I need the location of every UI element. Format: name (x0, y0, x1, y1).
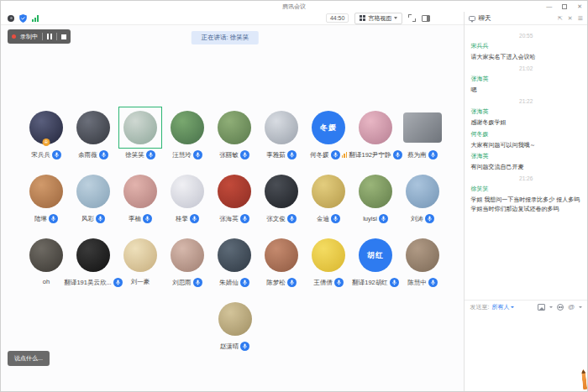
participant-name-row: oh (43, 278, 50, 285)
participant-tile[interactable]: 李雅茹 (258, 107, 305, 159)
participant-tile[interactable]: ♔宋兵兵 (23, 107, 70, 159)
send-to-dropdown[interactable]: 所有人 (491, 303, 514, 311)
avatar (123, 175, 157, 208)
avatar-frame (401, 170, 444, 212)
avatar (29, 175, 63, 208)
participant-name: 陈梦松 (266, 279, 286, 287)
participant-tile[interactable]: 蔡为南 (399, 107, 446, 159)
participant-tile[interactable]: 陆琳 (23, 170, 70, 223)
participant-name-row: 陈慧中 (407, 278, 438, 287)
participant-name: 陈慧中 (407, 279, 427, 287)
emoji-icon[interactable] (557, 304, 564, 311)
avatar-frame (118, 234, 162, 276)
participant-tile[interactable]: 刘思雨 (164, 234, 211, 287)
popout-chat-icon[interactable]: ⇱ (558, 15, 563, 21)
participant-tile[interactable]: 刘一豪 (117, 234, 164, 287)
avatar (359, 111, 392, 144)
participant-tile[interactable]: 朱婧仙 (211, 234, 258, 287)
chat-timestamp: 21:22 (470, 98, 581, 104)
quick-chat-pill[interactable]: 说点什么... (8, 351, 50, 366)
chevron-down-icon (511, 306, 514, 308)
security-shield-icon[interactable] (19, 14, 27, 23)
network-signal-icon[interactable] (32, 15, 39, 22)
participant-tile[interactable]: 汪慧玲 (164, 107, 211, 159)
participant-tile[interactable]: 赵潇晴 (212, 298, 259, 351)
participant-tile[interactable]: 张文俊 (258, 170, 305, 223)
avatar (123, 238, 157, 272)
chat-input[interactable] (465, 314, 587, 391)
participant-tile[interactable]: luyisi (352, 170, 399, 223)
tencent-meeting-window: 腾讯会议 — ✕ 44:50 宫格视图 (0, 0, 588, 392)
participant-tile[interactable]: 冬媛何冬媛 (305, 107, 352, 159)
participant-tile[interactable]: 翻译192尹宁静 (352, 107, 399, 159)
status-icon[interactable] (8, 15, 14, 22)
participant-name: 金迪 (317, 215, 329, 223)
participant-tile[interactable]: 徐笑笑 (117, 107, 164, 159)
layout-view-label: 宫格视图 (368, 14, 391, 23)
mention-icon[interactable]: @ (568, 304, 575, 311)
mic-icon (240, 278, 249, 287)
chat-message-list[interactable]: 20:55宋兵兵请大家实名下进入会议哈21:02张海英嗯21:22张海英感谢冬媛… (465, 25, 587, 300)
participant-tile[interactable]: 翻译191吴云欣... (70, 234, 117, 287)
host-badge: ♔ (43, 139, 50, 146)
panel-menu-icon[interactable]: ☰ (578, 15, 583, 21)
side-panel-toggle-icon[interactable] (422, 15, 430, 22)
participant-name-row: 风彩 (81, 214, 105, 223)
avatar-frame (71, 234, 115, 276)
mic-icon (240, 150, 249, 159)
layout-view-button[interactable]: 宫格视图 (354, 13, 402, 24)
speaking-highlight-frame (118, 107, 162, 149)
avatar-frame (213, 234, 256, 276)
participant-name: 翻译192尹宁静 (349, 151, 391, 159)
chat-message-text: 感谢冬媛学姐 (470, 118, 581, 127)
grid-view-icon (360, 15, 365, 21)
participant-name-row: 李雅茹 (266, 150, 297, 159)
participant-tile[interactable]: 陈梦松 (258, 234, 305, 287)
window-title: 腾讯会议 (282, 3, 306, 11)
pause-recording-button[interactable] (47, 34, 52, 39)
close-button[interactable]: ✕ (577, 3, 582, 9)
participant-tile[interactable]: 风彩 (70, 170, 117, 223)
maximize-button[interactable] (562, 4, 567, 9)
send-to-value: 所有人 (491, 303, 509, 311)
chat-footer: 发送至: 所有人 @ (465, 300, 587, 314)
participant-tile[interactable]: 金迪 (305, 170, 352, 223)
participant-name-row: 徐笑笑 (125, 150, 155, 159)
participant-tile[interactable]: 刘涛 (399, 170, 446, 223)
participant-name: 桂擎 (176, 215, 188, 223)
fullscreen-icon[interactable] (408, 14, 416, 22)
participant-name: 风彩 (81, 215, 94, 223)
avatar (76, 175, 110, 208)
participant-tile[interactable]: 张丽敏 (211, 107, 258, 159)
stop-recording-button[interactable] (61, 34, 66, 39)
mic-icon (190, 214, 199, 223)
participant-tile[interactable]: oh (23, 234, 70, 287)
participant-tile[interactable]: 胡红翻译192胡红 (352, 234, 399, 287)
participant-tile[interactable]: 余雨薇 (70, 107, 117, 159)
participant-name: 赵潇晴 (220, 342, 239, 351)
participant-name-row: 余雨薇 (78, 150, 108, 159)
participant-name: 刘一豪 (131, 278, 150, 286)
minimize-button[interactable]: — (546, 3, 552, 9)
participant-name: 朱婧仙 (219, 279, 239, 287)
avatar (218, 175, 251, 208)
video-grid-stage: 录制中 正在讲话: 徐笑笑 ♔宋兵兵余雨薇徐笑笑汪慧玲张丽敏李雅茹冬媛何冬媛翻译… (1, 25, 464, 391)
avatar (406, 175, 439, 208)
participant-tile[interactable]: 张海英 (211, 170, 258, 223)
chat-panel: 聊天 ⇱ ✕ ☰ 20:55宋兵兵请大家实名下进入会议哈21:02张海英嗯21:… (464, 12, 587, 391)
image-icon[interactable] (538, 304, 545, 311)
participant-tile[interactable]: 陈慧中 (399, 234, 446, 287)
participant-name-row: luyisi (363, 214, 388, 223)
participant-tile[interactable]: 李楠 (117, 170, 164, 223)
avatar: 胡红 (359, 238, 392, 272)
participant-name-row: 李楠 (129, 214, 152, 223)
participant-name-row: 汪慧玲 (172, 150, 202, 159)
participant-name: oh (43, 278, 50, 285)
participant-tile[interactable]: 王倩倩 (305, 234, 352, 287)
mic-icon (143, 214, 152, 223)
mic-icon (287, 278, 297, 287)
close-chat-icon[interactable]: ✕ (568, 15, 573, 21)
record-dot-icon (12, 34, 16, 39)
participant-tile[interactable]: 桂擎 (164, 170, 211, 223)
avatar-frame: ♔ (24, 107, 68, 149)
